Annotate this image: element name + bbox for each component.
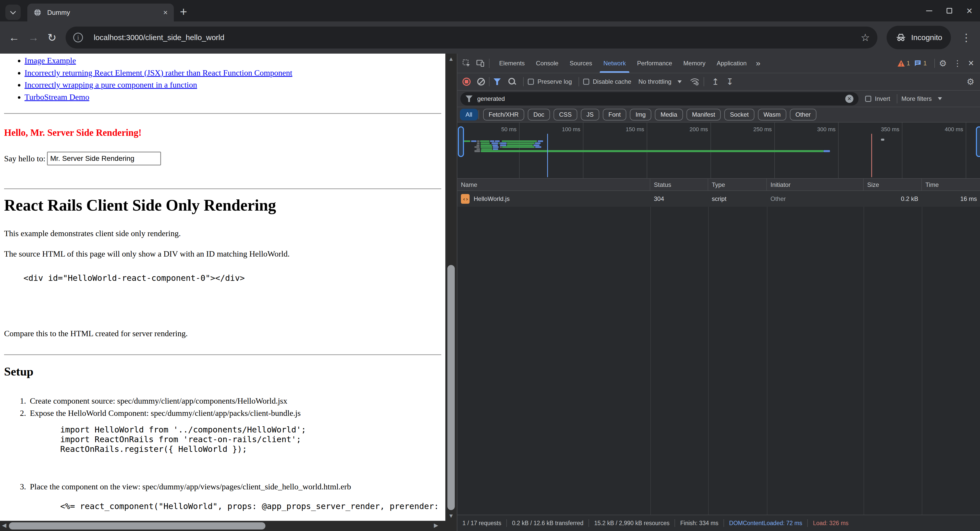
list-item: TurboStream Demo — [24, 91, 445, 104]
vertical-scrollbar[interactable]: ▲ ▼ — [445, 54, 457, 521]
column-divider[interactable] — [922, 191, 922, 515]
devtools-close-icon[interactable]: × — [968, 58, 974, 69]
column-divider[interactable] — [864, 191, 864, 515]
column-divider[interactable] — [708, 191, 709, 515]
column-header-status[interactable]: Status — [650, 179, 708, 191]
tab-search-button[interactable] — [5, 5, 21, 20]
divider — [897, 94, 897, 104]
tab-console[interactable]: Console — [530, 54, 564, 73]
chip-doc[interactable]: Doc — [528, 109, 550, 121]
network-conditions-icon[interactable] — [690, 78, 700, 86]
vertical-scroll-thumb[interactable] — [447, 265, 455, 510]
clear-filter-icon[interactable]: × — [845, 95, 853, 103]
column-header-type[interactable]: Type — [708, 179, 767, 191]
link-jsx-element[interactable]: Incorrectly returning React Element (JSX… — [24, 68, 292, 77]
invert-checkbox[interactable] — [865, 96, 871, 102]
tab-network[interactable]: Network — [598, 54, 632, 73]
device-toolbar-icon[interactable] — [476, 59, 485, 68]
back-icon[interactable]: ← — [9, 31, 19, 44]
scroll-up-icon[interactable]: ▲ — [445, 56, 457, 62]
column-divider[interactable] — [767, 191, 767, 515]
reload-icon[interactable]: ↻ — [48, 31, 56, 44]
request-time-cell[interactable]: 16 ms — [922, 191, 980, 207]
link-image-example[interactable]: Image Example — [24, 56, 76, 65]
chip-manifest[interactable]: Manifest — [687, 109, 721, 121]
tab-close-icon[interactable]: × — [163, 9, 168, 16]
site-info-icon[interactable]: i — [73, 33, 83, 42]
column-header-time[interactable]: Time — [922, 179, 980, 191]
filter-value[interactable]: generated — [477, 95, 841, 102]
chip-js[interactable]: JS — [581, 109, 599, 121]
url-text[interactable]: localhost:3000/client_side_hello_world — [94, 33, 861, 42]
address-bar[interactable]: i localhost:3000/client_side_hello_world… — [65, 27, 877, 48]
devtools-menu-icon[interactable]: ⋮ — [953, 59, 962, 68]
request-type-cell[interactable]: script — [708, 191, 767, 207]
filter-input[interactable]: generated × — [460, 92, 859, 105]
timeline-right-handle[interactable] — [976, 126, 980, 157]
chip-img[interactable]: Img — [630, 109, 651, 121]
timeline-left-handle[interactable] — [458, 126, 464, 157]
more-tabs-icon[interactable]: » — [752, 59, 763, 68]
issues-icon[interactable] — [914, 59, 922, 67]
column-divider[interactable] — [650, 191, 651, 515]
record-network-log-icon[interactable] — [463, 78, 471, 86]
link-pure-component[interactable]: Incorrectly wrapping a pure component in… — [24, 80, 197, 89]
chip-media[interactable]: Media — [655, 109, 682, 121]
request-status-cell[interactable]: 304 — [650, 191, 708, 207]
scroll-right-icon[interactable]: ▶ — [434, 522, 438, 529]
table-row[interactable]: HelloWorld.js 304 script Other 0.2 kB 16… — [457, 191, 980, 207]
minimize-window-icon[interactable] — [926, 10, 932, 11]
tab-memory[interactable]: Memory — [678, 54, 711, 73]
chip-other[interactable]: Other — [790, 109, 816, 121]
list-item: Incorrectly wrapping a pure component in… — [24, 79, 445, 91]
tab-sources[interactable]: Sources — [564, 54, 598, 73]
devtools-settings-icon[interactable]: ⚙ — [939, 58, 947, 69]
disable-cache-checkbox[interactable] — [583, 79, 589, 85]
preserve-log-checkbox[interactable] — [528, 79, 534, 85]
new-tab-button[interactable]: + — [180, 5, 187, 19]
tab-elements[interactable]: Elements — [493, 54, 530, 73]
tab-performance[interactable]: Performance — [632, 54, 678, 73]
throttling-select[interactable]: No throttling — [638, 78, 671, 85]
incognito-spy-icon — [895, 33, 907, 42]
close-window-icon[interactable]: × — [966, 6, 972, 16]
request-initiator-cell[interactable]: Other — [767, 191, 864, 207]
browser-tab[interactable]: Dummy × — [27, 3, 174, 21]
divider — [675, 519, 675, 527]
chip-wasm[interactable]: Wasm — [758, 109, 786, 121]
script-file-icon — [461, 194, 469, 204]
column-header-initiator[interactable]: Initiator — [767, 179, 864, 191]
link-turbostream[interactable]: TurboStream Demo — [24, 92, 89, 102]
inspect-element-icon[interactable] — [462, 59, 471, 68]
example-links-list: Image Example Incorrectly returning Reac… — [0, 55, 445, 103]
scroll-left-icon[interactable]: ◀ — [2, 522, 6, 529]
network-overview-timeline[interactable]: 50 ms 100 ms 150 ms 200 ms 250 ms 300 ms… — [457, 123, 980, 179]
search-icon[interactable] — [508, 78, 516, 86]
chevron-down-icon — [938, 97, 942, 100]
chip-font[interactable]: Font — [603, 109, 626, 121]
chip-fetch-xhr[interactable]: Fetch/XHR — [483, 109, 524, 121]
request-name-cell[interactable]: HelloWorld.js — [457, 191, 650, 207]
bookmark-star-icon[interactable]: ☆ — [861, 32, 870, 43]
clear-network-log-icon[interactable] — [477, 78, 485, 86]
horizontal-scroll-thumb[interactable] — [9, 522, 266, 529]
chip-socket[interactable]: Socket — [724, 109, 754, 121]
warning-icon[interactable] — [897, 60, 905, 67]
filter-icon[interactable] — [493, 78, 501, 85]
name-input[interactable] — [47, 151, 161, 166]
browser-menu-icon[interactable]: ⋮ — [961, 32, 971, 43]
horizontal-scrollbar[interactable]: ◀ ▶ — [0, 521, 457, 531]
forward-icon[interactable]: → — [28, 31, 39, 44]
import-har-icon[interactable]: ↥ — [712, 77, 719, 87]
chip-all[interactable]: All — [460, 109, 478, 121]
more-filters-button[interactable]: More filters — [901, 95, 932, 102]
network-settings-icon[interactable]: ⚙ — [967, 77, 974, 87]
export-har-icon[interactable]: ↧ — [726, 77, 733, 87]
tab-application[interactable]: Application — [711, 54, 752, 73]
column-header-size[interactable]: Size — [864, 179, 922, 191]
request-size-cell[interactable]: 0.2 kB — [864, 191, 922, 207]
scroll-down-icon[interactable]: ▼ — [445, 513, 457, 519]
restore-window-icon[interactable] — [947, 8, 952, 14]
column-header-name[interactable]: Name — [457, 179, 650, 191]
chip-css[interactable]: CSS — [554, 109, 577, 121]
